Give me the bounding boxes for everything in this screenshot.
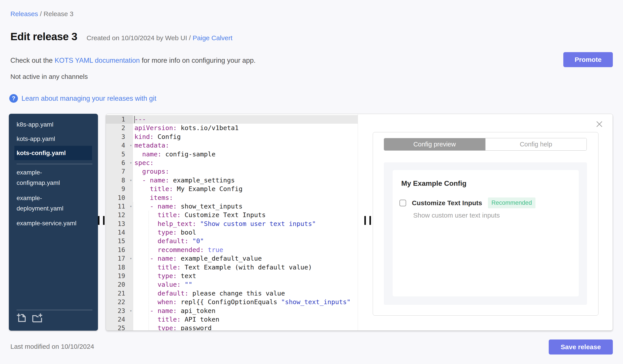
gutter-line-number: 16 [106,246,133,254]
config-preview-area: My Example Config Customize Text Inputs … [384,162,587,305]
created-prefix: Created on 10/10/2024 by Web UI / [87,34,193,41]
gutter-line-number: 9 [106,185,133,193]
gutter-line-number: 25 [106,324,133,331]
code-line-17[interactable]: 17▾ - name: example_default_value [106,254,358,263]
help-question-icon[interactable]: ? [9,94,18,103]
fold-arrow-icon[interactable]: ▾ [130,176,132,185]
code-line-6[interactable]: 6▾spec: [106,159,358,167]
config-item-label: Customize Text Inputs [412,199,482,207]
fold-arrow-icon[interactable]: ▾ [130,141,132,150]
sidebar-divider-top [17,164,92,164]
gutter-line-number: 5 [106,150,133,159]
sidebar-item-example-configmap.yaml[interactable]: example- configmap.yaml [17,167,93,188]
git-help-row[interactable]: ? Learn about managing your releases wit… [9,94,156,103]
gutter-line-number: 19 [106,272,133,280]
fold-arrow-icon[interactable]: ▾ [130,202,132,211]
gutter-line-number: 8▾ [106,176,133,185]
kots-yaml-docs-link[interactable]: KOTS YAML documentation [55,57,140,64]
code-line-19[interactable]: 19 type: text [106,272,358,280]
breadcrumb: Releases / Release 3 [10,10,73,18]
code-line-21[interactable]: 21 default: please change this value [106,289,358,298]
code-text: title: My Example Config [133,185,358,193]
code-text: groups: [133,167,358,176]
gutter-line-number: 18 [106,263,133,272]
config-item-row: Customize Text Inputs Recommended [400,198,535,208]
code-line-20[interactable]: 20 value: "" [106,280,358,289]
created-author-link[interactable]: Paige Calvert [193,34,232,41]
code-line-2[interactable]: 2apiVersion: kots.io/v1beta1 [106,124,358,132]
page-title: Edit release 3 [10,30,77,43]
code-text: items: [133,194,358,202]
config-group-card: My Example Config Customize Text Inputs … [393,170,579,296]
code-text: default: "0" [133,237,358,245]
tab-config-help[interactable]: Config help [485,138,587,150]
gutter-line-number: 4▾ [106,141,133,150]
gutter-line-number: 3 [106,133,133,141]
git-releases-link[interactable]: Learn about managing your releases with … [22,95,156,102]
code-text: - name: show_text_inputs [133,202,358,211]
code-line-9[interactable]: 9 title: My Example Config [106,185,358,193]
docs-line: Check out the KOTS YAML documentation fo… [10,57,256,64]
fold-arrow-icon[interactable]: ▾ [130,159,132,167]
gutter-line-number: 15 [106,237,133,245]
release-editor-screen: Releases / Release 3 Edit release 3 Crea… [0,0,623,364]
fold-arrow-icon[interactable]: ▾ [130,254,132,263]
new-file-icon[interactable] [16,313,26,323]
gutter-line-number: 20 [106,280,133,289]
code-text: name: config-sample [133,150,358,159]
code-text: help_text: "Show custom user text inputs… [133,220,358,228]
code-line-13[interactable]: 13 help_text: "Show custom user text inp… [106,220,358,228]
code-line-4[interactable]: 4▾metadata: [106,141,358,150]
code-text: title: Text Example (with default value) [133,263,358,272]
code-line-25[interactable]: 25 type: password [106,324,358,331]
gutter-line-number: 23▾ [106,306,133,315]
editor-container: 1---2apiVersion: kots.io/v1beta13kind: C… [106,114,613,331]
gutter-line-number: 13 [106,220,133,228]
code-line-7[interactable]: 7 groups: [106,167,358,176]
customize-text-inputs-checkbox[interactable] [400,200,406,206]
promote-button[interactable]: Promote [563,52,613,67]
gutter-line-number: 7 [106,167,133,176]
tab-config-preview[interactable]: Config preview [384,138,485,150]
code-line-22[interactable]: 22 when: repl{{ ConfigOptionEquals "show… [106,298,358,306]
config-preview-panel: Config previewConfig help My Example Con… [358,114,613,330]
config-item-help-text: Show custom user text inputs [413,212,500,219]
save-release-button[interactable]: Save release [549,340,613,355]
close-icon[interactable] [595,120,604,129]
code-line-23[interactable]: 23▾ - name: api_token [106,306,358,315]
breadcrumb-releases-link[interactable]: Releases [10,10,38,18]
code-line-11[interactable]: 11▾ - name: show_text_inputs [106,202,358,211]
code-line-24[interactable]: 24 title: API token [106,315,358,324]
channel-status: Not active in any channels [10,73,88,81]
code-text: - name: example_default_value [133,254,358,263]
last-modified-text: Last modified on 10/10/2024 [10,343,94,350]
pane-resize-handle-left[interactable] [98,216,105,225]
sidebar-item-k8s-app.yaml[interactable]: k8s-app.yaml [17,119,93,130]
code-text: type: bool [133,228,358,237]
code-text: default: please change this value [133,289,358,298]
code-line-18[interactable]: 18 title: Text Example (with default val… [106,263,358,272]
code-line-3[interactable]: 3kind: Config [106,133,358,141]
sidebar-item-example-deployment.yaml[interactable]: example- deployment.yaml [17,193,93,214]
fold-arrow-icon[interactable]: ▾ [130,306,132,315]
sidebar-item-kots-config.yaml[interactable]: kots-config.yaml [14,146,92,160]
code-text: - name: api_token [133,306,358,315]
new-folder-icon[interactable] [32,313,43,323]
pane-resize-handle-right[interactable] [364,216,371,225]
gutter-line-number: 12 [106,211,133,219]
gutter-line-number: 10 [106,194,133,202]
code-line-14[interactable]: 14 type: bool [106,228,358,237]
code-line-1[interactable]: 1--- [106,115,358,124]
yaml-code-editor[interactable]: 1---2apiVersion: kots.io/v1beta13kind: C… [106,114,358,331]
code-line-8[interactable]: 8▾ - name: example_settings [106,176,358,185]
code-line-12[interactable]: 12 title: Customize Text Inputs [106,211,358,219]
code-line-16[interactable]: 16 recommended: true [106,246,358,254]
breadcrumb-current: Release 3 [44,10,73,18]
sidebar-item-kots-app.yaml[interactable]: kots-app.yaml [17,134,93,144]
code-line-10[interactable]: 10 items: [106,194,358,202]
sidebar-item-example-service.yaml[interactable]: example-service.yaml [17,218,93,228]
code-text: type: password [133,324,358,331]
code-line-5[interactable]: 5 name: config-sample [106,150,358,159]
code-line-15[interactable]: 15 default: "0" [106,237,358,245]
code-text: title: API token [133,315,358,324]
